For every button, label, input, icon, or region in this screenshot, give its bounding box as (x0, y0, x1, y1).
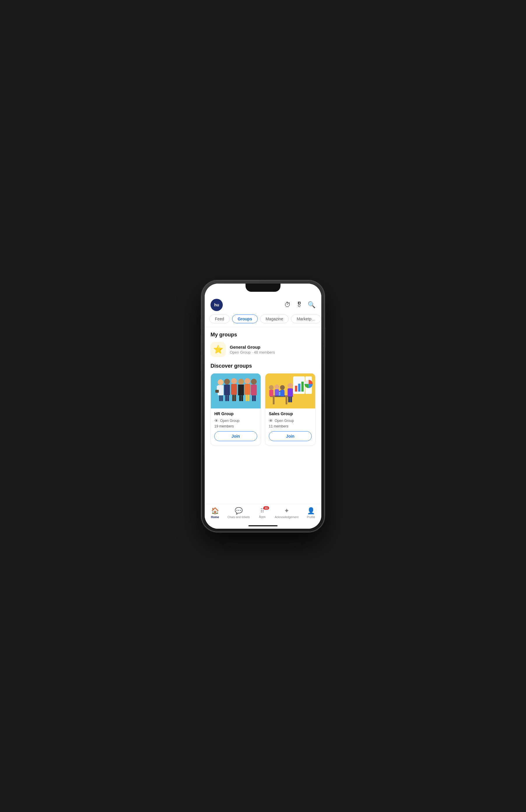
bottom-nav-acknowledgement[interactable]: ✦ Acknowledgement (275, 507, 299, 519)
chats-label: Chats and tickets (227, 516, 250, 519)
hr-group-type: 👁 Open Group (214, 418, 257, 423)
svg-rect-5 (221, 395, 223, 401)
svg-point-45 (269, 385, 274, 390)
svg-rect-38 (301, 382, 304, 392)
sales-group-card[interactable]: Sales Group 👁 Open Group 11 members Join (265, 373, 315, 446)
badge-icon[interactable]: 🎖 (296, 301, 302, 309)
svg-rect-37 (298, 384, 301, 392)
svg-rect-22 (248, 395, 250, 401)
content-spacer (205, 450, 321, 504)
svg-rect-8 (224, 385, 230, 395)
svg-rect-26 (254, 395, 256, 401)
svg-point-41 (288, 383, 293, 388)
app-screen: hu ⏱ 🎖 🔍 Feed Groups Magazine Marketp… (205, 296, 321, 529)
my-groups-title: My groups (211, 332, 315, 338)
svg-rect-14 (235, 395, 236, 401)
svg-rect-25 (252, 395, 254, 401)
bottom-nav-apps[interactable]: ⠿ 31 Apps (254, 507, 270, 519)
phone-screen: hu ⏱ 🎖 🔍 Feed Groups Magazine Marketp… (205, 284, 321, 529)
phone-frame: hu ⏱ 🎖 🔍 Feed Groups Magazine Marketp… (202, 281, 324, 532)
svg-point-1 (218, 379, 224, 385)
home-indicator (205, 523, 321, 529)
discover-grid: HR Group 👁 Open Group 19 members Join (211, 373, 315, 446)
sales-group-join-button[interactable]: Join (269, 431, 312, 441)
svg-rect-10 (227, 395, 229, 401)
tab-groups[interactable]: Groups (232, 315, 258, 323)
hr-group-card[interactable]: HR Group 👁 Open Group 19 members Join (211, 373, 261, 446)
svg-rect-17 (239, 395, 241, 401)
general-group-meta: Open Group · 48 members (230, 350, 275, 354)
svg-rect-6 (215, 390, 219, 393)
bottom-nav-profile[interactable]: 👤 Profile (303, 507, 319, 519)
sales-group-body: Sales Group 👁 Open Group 11 members Join (265, 408, 315, 445)
nav-tabs: Feed Groups Magazine Marketp… (205, 315, 321, 327)
hr-group-join-button[interactable]: Join (214, 431, 257, 441)
chat-icon: 💬 (235, 507, 243, 515)
sales-group-type: 👁 Open Group (269, 418, 312, 423)
general-group-info: General Group Open Group · 48 members (230, 345, 275, 354)
general-group-icon: ⭐ (211, 342, 226, 357)
sales-group-name: Sales Group (269, 411, 312, 416)
svg-point-49 (280, 385, 285, 390)
svg-rect-46 (269, 390, 273, 396)
svg-point-7 (224, 379, 230, 385)
header-icons: ⏱ 🎖 🔍 (284, 301, 315, 309)
eye-icon: 👁 (214, 418, 219, 423)
bottom-nav: 🏠 Home 💬 Chats and tickets ⠿ 31 Apps ✦ A… (205, 504, 321, 523)
svg-rect-18 (241, 395, 243, 401)
general-group-name: General Group (230, 345, 275, 350)
tab-feed[interactable]: Feed (209, 315, 230, 323)
svg-rect-24 (251, 385, 257, 395)
acknowledgement-icon: ✦ (284, 507, 289, 515)
apps-label: Apps (259, 515, 266, 519)
hr-group-members: 19 members (214, 424, 257, 428)
discover-groups-title: Discover groups (211, 363, 315, 369)
svg-point-11 (231, 378, 237, 384)
svg-rect-50 (281, 390, 285, 396)
search-icon[interactable]: 🔍 (307, 301, 315, 309)
svg-point-15 (238, 379, 244, 385)
svg-point-23 (251, 379, 257, 385)
profile-icon: 👤 (307, 507, 315, 515)
phone-notch (245, 284, 281, 292)
bottom-nav-home[interactable]: 🏠 Home (207, 507, 223, 519)
svg-point-19 (245, 378, 251, 384)
general-group-row[interactable]: ⭐ General Group Open Group · 48 members (211, 342, 315, 357)
bottom-nav-chats[interactable]: 💬 Chats and tickets (227, 507, 250, 519)
svg-point-47 (275, 385, 279, 389)
hr-group-image (211, 374, 261, 408)
home-icon: 🏠 (211, 507, 219, 515)
tab-magazine[interactable]: Magazine (260, 315, 289, 323)
svg-rect-21 (246, 395, 247, 401)
history-icon[interactable]: ⏱ (284, 301, 291, 309)
svg-rect-30 (286, 397, 287, 404)
tab-marketplace[interactable]: Marketp… (291, 315, 321, 323)
svg-rect-43 (288, 396, 290, 402)
svg-rect-48 (275, 389, 279, 396)
svg-rect-13 (232, 395, 234, 401)
app-header: hu ⏱ 🎖 🔍 (205, 296, 321, 315)
sales-group-members: 11 members (269, 424, 312, 428)
svg-rect-4 (219, 395, 221, 401)
svg-rect-16 (238, 385, 244, 395)
svg-rect-20 (245, 384, 251, 395)
acknowledgement-label: Acknowledgement (275, 516, 299, 519)
eye-icon-2: 👁 (269, 418, 273, 423)
svg-rect-42 (288, 388, 293, 396)
app-logo[interactable]: hu (211, 299, 223, 311)
svg-rect-44 (290, 396, 292, 402)
svg-rect-29 (273, 397, 275, 404)
svg-rect-12 (231, 384, 237, 395)
svg-rect-36 (295, 386, 297, 392)
profile-label: Profile (307, 516, 315, 519)
home-label: Home (211, 516, 219, 519)
hr-group-body: HR Group 👁 Open Group 19 members Join (211, 408, 261, 445)
home-bar (249, 525, 277, 526)
apps-badge: 31 (263, 506, 269, 510)
main-content: My groups ⭐ General Group Open Group · 4… (205, 327, 321, 450)
svg-rect-9 (225, 395, 227, 401)
sales-group-image (265, 374, 315, 408)
hr-group-name: HR Group (214, 411, 257, 416)
